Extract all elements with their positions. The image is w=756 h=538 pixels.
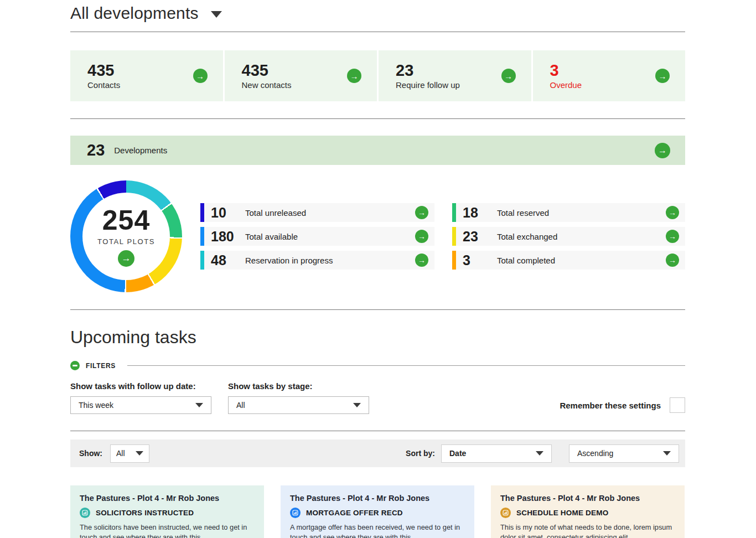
- stage-chart-icon: [290, 508, 301, 518]
- task-card-mortgage-offer-recd[interactable]: The Pastures - Plot 4 - Mr Rob Jones MOR…: [281, 485, 474, 538]
- show-select-value: All: [116, 449, 125, 458]
- stage-select[interactable]: All: [228, 396, 369, 414]
- task-note: This is my note of what needs to be done…: [500, 523, 675, 538]
- sort-by-label: Sort by:: [406, 449, 435, 458]
- collapse-filters-icon[interactable]: [70, 361, 80, 370]
- task-stage-label: SOLICITORS INSTRUCTED: [96, 509, 194, 517]
- stage-select-value: All: [236, 401, 245, 410]
- total-available-label: Total available: [245, 232, 298, 241]
- developments-arrow-button[interactable]: [655, 143, 670, 158]
- task-stage-row: MORTGAGE OFFER RECD: [290, 508, 465, 518]
- remember-settings-label: Remember these settings: [560, 401, 661, 410]
- plots-donut-center: 254 TOTAL PLOTS: [82, 193, 170, 280]
- total-available-arrow-button[interactable]: [415, 230, 428, 243]
- overdue-label: Overdue: [550, 80, 582, 90]
- chevron-down-icon: [536, 451, 543, 456]
- plot-stats-right-column: 18 Total reserved 23 Total exchanged 3 T…: [452, 180, 685, 292]
- task-card-solicitors-instructed[interactable]: The Pastures - Plot 4 - Mr Rob Jones SOL…: [70, 485, 264, 538]
- sort-field-select[interactable]: Date: [441, 444, 552, 463]
- total-exchanged-arrow-button[interactable]: [666, 230, 679, 243]
- page-title: All developments: [70, 4, 199, 23]
- follow-up-card: 23 Require follow up: [379, 50, 531, 101]
- divider: [70, 309, 685, 310]
- task-title: The Pastures - Plot 4 - Mr Rob Jones: [80, 494, 255, 503]
- new-contacts-arrow-button[interactable]: [347, 69, 361, 83]
- task-stage-label: MORTGAGE OFFER RECD: [306, 509, 403, 517]
- contacts-arrow-button[interactable]: [193, 69, 208, 83]
- follow-up-date-select[interactable]: This week: [70, 396, 211, 414]
- developments-label: Developments: [114, 146, 167, 155]
- follow-up-date-select-value: This week: [79, 401, 113, 410]
- task-cards-row: The Pastures - Plot 4 - Mr Rob Jones SOL…: [70, 485, 685, 538]
- developments-count: 23: [87, 141, 105, 159]
- remember-settings-checkbox[interactable]: [670, 397, 685, 413]
- stage-filter: Show tasks by stage: All: [228, 381, 369, 414]
- task-stage-label: SCHEDULE HOME DEMO: [516, 509, 608, 517]
- overdue-count: 3: [550, 63, 582, 79]
- total-unreleased-arrow-button[interactable]: [415, 206, 428, 219]
- reservation-in-progress-arrow-button[interactable]: [415, 254, 428, 267]
- new-contacts-card-text: 435 New contacts: [242, 63, 292, 90]
- filters-label: FILTERS: [86, 362, 116, 370]
- developments-banner: 23 Developments: [70, 136, 685, 165]
- reservation-in-progress-label: Reservation in progress: [245, 256, 333, 265]
- total-completed-arrow-button[interactable]: [666, 254, 679, 267]
- divider: [70, 431, 685, 431]
- chevron-down-icon: [195, 403, 203, 407]
- page-header: All developments: [70, 0, 685, 23]
- total-reserved-arrow-button[interactable]: [666, 206, 679, 219]
- contacts-count: 435: [87, 63, 120, 79]
- overdue-arrow-button[interactable]: [655, 69, 670, 83]
- overdue-card-text: 3 Overdue: [550, 63, 582, 90]
- stage-chart-icon: [80, 508, 90, 518]
- task-note: The solicitors have been instructed, we …: [80, 523, 255, 538]
- new-contacts-card: 435 New contacts: [225, 50, 377, 101]
- stage-chart-icon: [500, 508, 511, 518]
- reservation-in-progress-count: 48: [211, 252, 245, 268]
- new-contacts-count: 435: [242, 63, 292, 79]
- stat-row-total-exchanged: 23 Total exchanged: [452, 227, 685, 246]
- stat-row-total-reserved: 18 Total reserved: [452, 203, 685, 222]
- plots-donut-chart: 254 TOTAL PLOTS: [70, 180, 182, 292]
- total-exchanged-label: Total exchanged: [497, 232, 557, 241]
- show-label: Show:: [79, 449, 102, 458]
- summary-cards-row: 435 Contacts 435 New contacts 23 Require…: [70, 50, 685, 101]
- task-title: The Pastures - Plot 4 - Mr Rob Jones: [500, 494, 675, 503]
- chevron-down-icon: [353, 403, 361, 407]
- stat-row-total-unreleased: 10 Total unreleased: [200, 203, 434, 222]
- chevron-down-icon: [663, 451, 671, 456]
- sort-order-select-value: Ascending: [577, 449, 613, 458]
- total-plots-arrow-button[interactable]: [118, 250, 134, 267]
- stat-row-total-available: 180 Total available: [200, 227, 434, 246]
- follow-up-card-text: 23 Require follow up: [396, 63, 460, 90]
- remember-settings: Remember these settings: [560, 396, 685, 414]
- total-exchanged-count: 23: [463, 229, 497, 245]
- total-plots-label: TOTAL PLOTS: [97, 237, 155, 246]
- task-note: A mortgage offer has been received, we n…: [290, 523, 465, 538]
- dashboard: All developments 435 Contacts 435 New co…: [70, 0, 685, 538]
- upcoming-tasks-heading: Upcoming tasks: [70, 327, 685, 348]
- contacts-card-text: 435 Contacts: [87, 63, 120, 90]
- sort-order-select[interactable]: Ascending: [569, 444, 679, 463]
- follow-up-arrow-button[interactable]: [501, 69, 516, 83]
- filters-rule: [127, 365, 685, 366]
- stat-row-reservation-in-progress: 48 Reservation in progress: [200, 251, 434, 270]
- task-card-schedule-home-demo[interactable]: The Pastures - Plot 4 - Mr Rob Jones SCH…: [491, 485, 685, 538]
- tasks-toolbar: Show: All Sort by: Date Ascending: [70, 439, 685, 467]
- task-stage-row: SOLICITORS INSTRUCTED: [80, 508, 255, 518]
- contacts-label: Contacts: [87, 80, 120, 90]
- development-selector-caret-icon[interactable]: [211, 11, 222, 18]
- contacts-card: 435 Contacts: [70, 50, 223, 101]
- total-reserved-label: Total reserved: [497, 208, 549, 218]
- show-select[interactable]: All: [110, 444, 149, 463]
- total-unreleased-count: 10: [211, 205, 245, 221]
- task-stage-row: SCHEDULE HOME DEMO: [500, 508, 675, 518]
- total-completed-label: Total completed: [497, 256, 555, 265]
- divider: [70, 118, 685, 119]
- total-reserved-count: 18: [463, 205, 497, 221]
- plots-section: 254 TOTAL PLOTS 10 Total unreleased 180 …: [70, 180, 685, 292]
- stat-row-total-completed: 3 Total completed: [452, 251, 685, 270]
- plot-stats-left-column: 10 Total unreleased 180 Total available …: [200, 180, 434, 292]
- sort-controls: Sort by: Date Ascending: [406, 444, 679, 463]
- follow-up-date-filter-label: Show tasks with follow up date:: [70, 381, 211, 391]
